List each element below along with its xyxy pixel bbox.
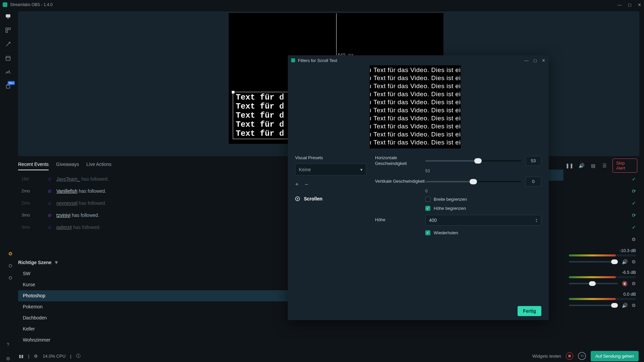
slider-knob[interactable] — [470, 179, 477, 184]
slider-knob[interactable] — [589, 281, 596, 286]
mixer: -10.3 dB 🔊 ⚙ -6.5 dB 🔇 ⚙ 0.0 dB 🔊 ⚙ — [566, 247, 639, 312]
v-speed-slider[interactable] — [425, 181, 521, 182]
h-speed-value[interactable]: 53 — [525, 156, 541, 166]
nav-store-icon[interactable] — [5, 55, 11, 62]
limit-width-checkbox[interactable]: Breite begrenzen — [425, 197, 541, 202]
channel-settings-icon[interactable]: ⚙ — [632, 259, 636, 264]
svg-rect-5 — [6, 85, 10, 88]
mixer-volume-slider[interactable] — [569, 283, 618, 284]
filter-item-scrollen[interactable]: Scrollen — [295, 196, 366, 201]
v-speed-value[interactable]: 0 — [525, 177, 541, 187]
slider-knob[interactable] — [474, 158, 482, 164]
replay-buffer-button[interactable]: ⟲ — [578, 352, 586, 360]
event-user[interactable]: neyneysel — [56, 200, 77, 206]
nav-layout-icon[interactable] — [5, 27, 11, 34]
scene-item[interactable]: Keller — [18, 323, 373, 335]
dialog-minimize-button[interactable]: — — [524, 58, 529, 63]
nav-help-icon[interactable]: ? — [5, 341, 11, 348]
tab-giveaways[interactable]: Giveaways — [56, 162, 79, 170]
check-icon[interactable]: ✓ — [632, 225, 636, 230]
scene-dropdown-icon[interactable]: ▾ — [55, 259, 58, 265]
stats-icon[interactable]: ▮▮ — [19, 354, 23, 359]
window-close-button[interactable]: ✕ — [638, 2, 641, 7]
mixer-meter — [569, 298, 636, 300]
nav-dashboard-icon[interactable] — [5, 69, 11, 76]
event-user[interactable]: JaysTeam_ — [56, 176, 80, 182]
mixer-meter — [569, 276, 636, 278]
new-badge: Neu — [8, 81, 15, 85]
checkbox-icon[interactable]: ✓ — [425, 206, 430, 211]
mute-icon[interactable]: 🔇 — [622, 281, 628, 286]
refresh-icon[interactable]: ⟳ — [632, 188, 636, 194]
skip-alert-button[interactable]: Skip Alert — [612, 159, 637, 173]
dialog-titlebar[interactable]: Filters for Scroll Text — ◻ ✕ — [288, 55, 549, 65]
window-maximize-button[interactable]: ◻ — [628, 2, 632, 7]
layout-compact-icon[interactable]: ▤ — [589, 162, 597, 170]
dialog-preview-line: ı Text für das Video. Dies ist eir — [370, 98, 461, 106]
record-button[interactable] — [566, 352, 573, 360]
event-user[interactable]: Vanillefish — [56, 188, 77, 194]
remove-filter-button[interactable]: − — [305, 181, 309, 188]
speaker-icon[interactable]: 🔊 — [622, 259, 628, 264]
tab-live-actions[interactable]: Live Actions — [87, 162, 112, 170]
scene-item[interactable]: Wohnzimmer — [18, 335, 373, 346]
filter-name: Scrollen — [304, 196, 322, 201]
mixer-db-label: -10.3 dB — [569, 248, 636, 253]
status-bar: ▮▮ | ⚙ 14.0% CPU | ⓘ Widgets testen ⟲ Au… — [16, 350, 641, 362]
slider-knob[interactable] — [611, 303, 618, 308]
scenes-title: Richtige Szene — [18, 260, 52, 265]
channel-settings-icon[interactable]: ⚙ — [632, 281, 636, 286]
svg-rect-1 — [7, 18, 9, 18]
record-dot-icon — [568, 355, 571, 357]
speaker-icon[interactable]: 🔊 — [622, 303, 628, 308]
check-icon[interactable]: ✓ — [632, 200, 636, 206]
channel-settings-icon[interactable]: ⚙ — [632, 303, 636, 308]
refresh-icon[interactable]: ⟳ — [632, 213, 636, 218]
limit-height-checkbox[interactable]: ✓ Höhe begrenzen — [425, 206, 541, 211]
event-action: has followed. — [79, 188, 106, 194]
mixer-volume-slider[interactable] — [569, 261, 618, 262]
slider-knob[interactable] — [611, 259, 618, 264]
visibility-toggle-icon[interactable] — [295, 196, 300, 201]
check-icon[interactable]: ✓ — [632, 176, 636, 182]
repeat-checkbox[interactable]: ✓ Wiederholen — [425, 230, 541, 235]
resize-handle[interactable] — [232, 91, 234, 94]
info-icon[interactable]: ⓘ — [76, 353, 80, 359]
pause-alerts-icon[interactable]: ❚❚ — [566, 162, 574, 170]
visual-preset-select[interactable]: Keine ▾ — [295, 164, 366, 176]
mute-alerts-icon[interactable]: 🔊 — [578, 162, 585, 170]
height-value: 400 — [429, 218, 437, 223]
add-filter-button[interactable]: + — [295, 181, 299, 188]
dialog-preview-area: ı Text für das Video. Dies ist eirı Text… — [288, 65, 549, 148]
nav-themes-icon[interactable] — [5, 41, 11, 48]
event-action: has followed. — [79, 200, 106, 206]
nav-settings-icon[interactable]: ⚙ — [5, 355, 11, 362]
tab-recent-events[interactable]: Recent Events — [18, 162, 49, 170]
mixer-settings-icon[interactable]: ⚙ — [632, 237, 636, 247]
dialog-close-button[interactable]: ✕ — [542, 58, 545, 63]
event-user[interactable]: tzvinivi — [56, 213, 70, 218]
event-action: has followed. — [72, 213, 99, 218]
scene-item[interactable]: Pause — [18, 346, 373, 348]
layout-list-icon[interactable]: ☰ — [601, 162, 608, 170]
mixer-volume-slider[interactable] — [569, 305, 618, 306]
go-live-button[interactable]: Auf Sendung gehen — [591, 351, 639, 361]
nav-editor-icon[interactable] — [5, 13, 11, 19]
app-logo-icon — [3, 2, 7, 7]
checkbox-icon[interactable]: ✓ — [425, 230, 430, 235]
chevron-down-icon: ▾ — [360, 167, 363, 172]
event-action: has followed. — [82, 176, 109, 182]
height-input[interactable]: 400 ▲▼ — [425, 215, 541, 226]
mixer-channel: -10.3 dB 🔊 ⚙ — [566, 247, 639, 268]
dialog-maximize-button[interactable]: ◻ — [533, 58, 537, 63]
window-minimize-button[interactable]: — — [618, 2, 622, 7]
widgets-test-button[interactable]: Widgets testen — [532, 354, 561, 359]
checkbox-icon[interactable] — [425, 197, 430, 202]
h-speed-slider[interactable] — [425, 160, 521, 162]
nav-appstore-icon[interactable]: Neu — [5, 83, 11, 90]
event-user[interactable]: pafect4 — [56, 225, 72, 230]
done-button[interactable]: Fertig — [518, 306, 541, 316]
action-bar: ❚❚ 🔊 ▤ ☰ Skip Alert — [566, 158, 639, 173]
dialog-left-pane: Visual Presets Keine ▾ + − Scrollen — [295, 155, 366, 297]
number-spinner[interactable]: ▲▼ — [535, 218, 538, 223]
